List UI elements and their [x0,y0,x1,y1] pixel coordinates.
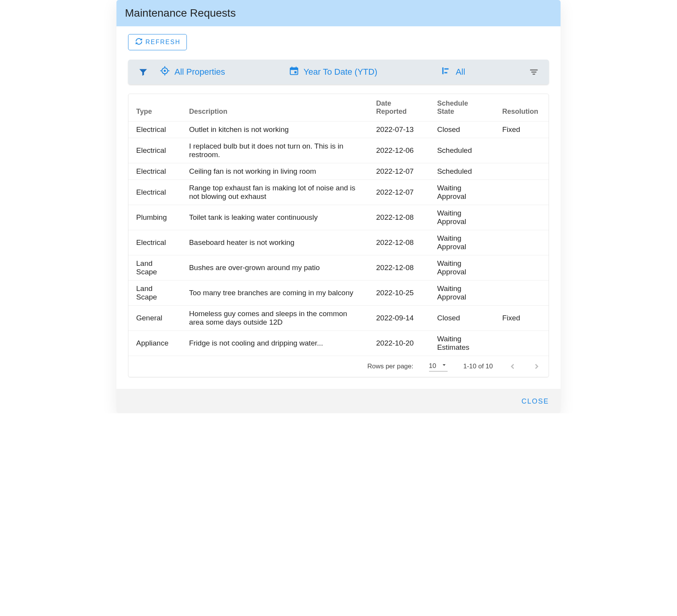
table-row[interactable]: ElectricalI replaced bulb but it does no… [128,138,549,163]
maintenance-requests-dialog: Maintenance Requests REFRESH [116,0,561,413]
cell-type: Electrical [128,180,181,205]
rows-per-page-label: Rows per page: [367,363,413,370]
cell-resolution: Fixed [494,306,549,331]
state-icon [441,66,451,78]
refresh-button[interactable]: REFRESH [128,34,187,50]
requests-table-container: Type Description Date Reported Schedule … [128,94,549,377]
prev-page-button[interactable] [508,362,517,371]
cell-description: Outlet in kitchen is not working [181,121,369,138]
cell-type: Electrical [128,230,181,255]
svg-rect-8 [294,71,296,73]
col-description-header[interactable]: Description [181,94,369,121]
refresh-icon [135,37,143,47]
dialog-footer: CLOSE [116,389,561,413]
svg-rect-14 [530,70,538,71]
cell-description: Baseboard heater is not working [181,230,369,255]
cell-resolution [494,138,549,163]
cell-date: 2022-12-08 [368,230,429,255]
cell-state: Closed [429,306,494,331]
cell-date: 2022-10-25 [368,281,429,306]
cell-state: Waiting Estimates [429,331,494,356]
cell-resolution [494,331,549,356]
table-row[interactable]: ApplianceFridge is not cooling and dripp… [128,331,549,356]
cell-resolution [494,180,549,205]
cell-type: General [128,306,181,331]
table-row[interactable]: Land ScapeBushes are over-grown around m… [128,255,549,281]
page-title: Maintenance Requests [125,7,552,19]
col-resolution-header[interactable]: Resolution [494,94,549,121]
svg-rect-13 [444,72,448,73]
cell-state: Closed [429,121,494,138]
cell-type: Plumbing [128,205,181,230]
table-row[interactable]: ElectricalCeiling fan is not working in … [128,163,549,180]
dialog-body: REFRESH All Properties [116,26,561,389]
cell-type: Land Scape [128,255,181,281]
table-row[interactable]: ElectricalRange top exhaust fan is makin… [128,180,549,205]
col-state-header[interactable]: Schedule State [429,94,494,121]
filter-icon[interactable] [138,67,148,77]
table-body: ElectricalOutlet in kitchen is not worki… [128,121,549,356]
rows-per-page-value: 10 [429,362,436,370]
filter-state-label: All [456,67,465,77]
cell-description: I replaced bulb but it does not turn on.… [181,138,369,163]
cell-description: Homeless guy comes and sleeps in the com… [181,306,369,331]
cell-type: Electrical [128,121,181,138]
cell-state: Waiting Approval [429,205,494,230]
filter-properties[interactable]: All Properties [160,66,225,78]
col-type-header[interactable]: Type [128,94,181,121]
table-row[interactable]: PlumbingToilet tank is leaking water con… [128,205,549,230]
cell-date: 2022-12-08 [368,255,429,281]
sort-icon[interactable] [529,67,539,77]
pagination-range: 1-10 of 10 [463,363,493,370]
caret-down-icon [441,361,448,370]
cell-date: 2022-10-20 [368,331,429,356]
cell-date: 2022-12-07 [368,180,429,205]
filter-bar: All Properties Year To Date (YTD) [128,60,549,84]
cell-state: Waiting Approval [429,281,494,306]
cell-date: 2022-07-13 [368,121,429,138]
table-row[interactable]: ElectricalBaseboard heater is not workin… [128,230,549,255]
filter-state[interactable]: All [441,66,465,78]
cell-type: Land Scape [128,281,181,306]
close-button[interactable]: CLOSE [521,397,549,406]
cell-date: 2022-12-08 [368,205,429,230]
cell-state: Scheduled [429,163,494,180]
cell-description: Toilet tank is leaking water continuousl… [181,205,369,230]
cell-state: Waiting Approval [429,230,494,255]
requests-table: Type Description Date Reported Schedule … [128,94,549,356]
dialog-header: Maintenance Requests [116,0,561,26]
table-row[interactable]: Land ScapeToo many tree branches are com… [128,281,549,306]
table-row[interactable]: GeneralHomeless guy comes and sleeps in … [128,306,549,331]
calendar-icon [289,66,299,78]
cell-date: 2022-12-06 [368,138,429,163]
col-date-header[interactable]: Date Reported [368,94,429,121]
svg-rect-16 [533,74,535,75]
table-row[interactable]: ElectricalOutlet in kitchen is not worki… [128,121,549,138]
svg-rect-12 [444,68,449,70]
cell-state: Waiting Approval [429,255,494,281]
cell-description: Too many tree branches are coming in my … [181,281,369,306]
cell-date: 2022-12-07 [368,163,429,180]
filter-properties-label: All Properties [174,67,225,77]
cell-resolution [494,255,549,281]
cell-description: Bushes are over-grown around my patio [181,255,369,281]
table-header: Type Description Date Reported Schedule … [128,94,549,121]
cell-type: Appliance [128,331,181,356]
table-footer: Rows per page: 10 1-10 of 10 [128,356,549,377]
cell-type: Electrical [128,138,181,163]
cell-resolution: Fixed [494,121,549,138]
svg-point-1 [164,70,165,71]
next-page-button[interactable] [532,362,541,371]
cell-state: Scheduled [429,138,494,163]
cell-description: Range top exhaust fan is making lot of n… [181,180,369,205]
filter-date-range[interactable]: Year To Date (YTD) [289,66,378,78]
refresh-button-label: REFRESH [145,39,180,46]
cell-resolution [494,281,549,306]
crosshair-icon [160,66,170,78]
cell-description: Fridge is not cooling and dripping water… [181,331,369,356]
svg-rect-11 [442,67,443,74]
cell-date: 2022-09-14 [368,306,429,331]
cell-state: Waiting Approval [429,180,494,205]
rows-per-page-select[interactable]: 10 [429,361,448,371]
cell-resolution [494,230,549,255]
